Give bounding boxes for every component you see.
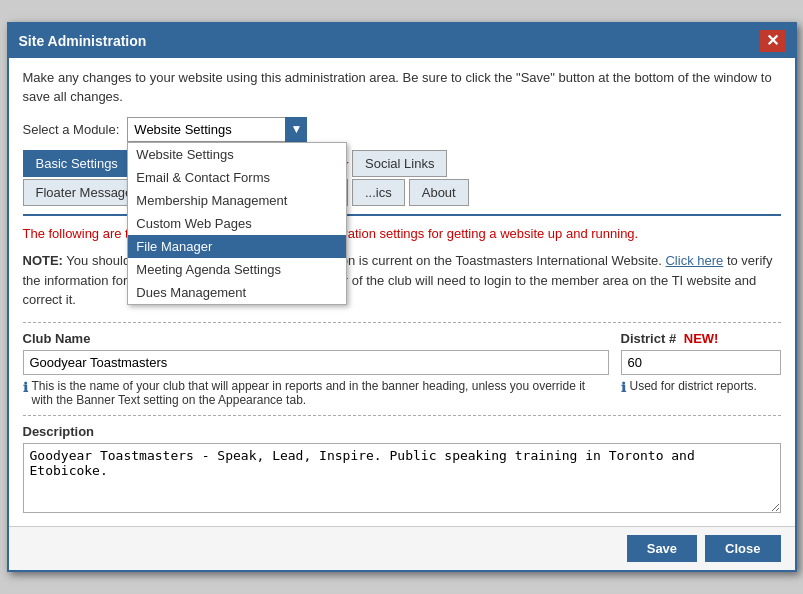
club-district-section: Club Name ℹ This is the name of your clu… bbox=[23, 322, 781, 407]
tab-about[interactable]: About bbox=[409, 179, 469, 206]
dropdown-item-custom-pages[interactable]: Custom Web Pages bbox=[128, 212, 346, 235]
district-hint-text: Used for district reports. bbox=[630, 379, 757, 393]
intro-text: Make any changes to your website using t… bbox=[23, 68, 781, 107]
description-textarea[interactable]: Goodyear Toastmasters - Speak, Lead, Ins… bbox=[23, 443, 781, 513]
club-name-input[interactable] bbox=[23, 350, 609, 375]
module-select[interactable]: Website Settings Email & Contact Forms M… bbox=[127, 117, 307, 142]
note-label: NOTE: bbox=[23, 253, 63, 268]
site-administration-dialog: Site Administration ✕ Make any changes t… bbox=[7, 22, 797, 571]
district-info-icon: ℹ bbox=[621, 380, 626, 395]
new-badge: NEW! bbox=[684, 331, 719, 346]
district-label: District # NEW! bbox=[621, 331, 781, 346]
club-name-col: Club Name ℹ This is the name of your clu… bbox=[23, 331, 609, 407]
dropdown-item-email-contact[interactable]: Email & Contact Forms bbox=[128, 166, 346, 189]
club-name-hint: ℹ This is the name of your club that wil… bbox=[23, 379, 609, 407]
dialog-footer: Save Close bbox=[9, 526, 795, 570]
district-input[interactable] bbox=[621, 350, 781, 375]
district-hint: ℹ Used for district reports. bbox=[621, 379, 781, 395]
click-here-link[interactable]: Click here bbox=[665, 253, 723, 268]
module-select-row: Select a Module: Website Settings Email … bbox=[23, 117, 781, 142]
description-label: Description bbox=[23, 424, 781, 439]
save-button[interactable]: Save bbox=[627, 535, 697, 562]
description-section: Description Goodyear Toastmasters - Spea… bbox=[23, 415, 781, 516]
tab-basic-settings[interactable]: Basic Settings bbox=[23, 150, 131, 177]
dropdown-item-dues-management[interactable]: Dues Management bbox=[128, 281, 346, 304]
module-dropdown-menu: Website Settings Email & Contact Forms M… bbox=[127, 142, 347, 305]
dropdown-item-membership[interactable]: Membership Management bbox=[128, 189, 346, 212]
district-col: District # NEW! ℹ Used for district repo… bbox=[621, 331, 781, 407]
club-district-row: Club Name ℹ This is the name of your clu… bbox=[23, 331, 781, 407]
dropdown-item-file-manager[interactable]: File Manager bbox=[128, 235, 346, 258]
dialog-titlebar: Site Administration ✕ bbox=[9, 24, 795, 57]
dialog-close-button[interactable]: ✕ bbox=[760, 30, 785, 51]
module-select-wrapper: Website Settings Email & Contact Forms M… bbox=[127, 117, 307, 142]
club-name-label: Club Name bbox=[23, 331, 609, 346]
dropdown-item-website-settings[interactable]: Website Settings bbox=[128, 143, 346, 166]
club-name-hint-text: This is the name of your club that will … bbox=[32, 379, 609, 407]
tab-social-links[interactable]: Social Links bbox=[352, 150, 447, 177]
tab-ics[interactable]: ...ics bbox=[352, 179, 405, 206]
club-name-info-icon: ℹ bbox=[23, 380, 28, 395]
module-select-label: Select a Module: bbox=[23, 122, 120, 137]
dropdown-item-meeting-agenda[interactable]: Meeting Agenda Settings bbox=[128, 258, 346, 281]
close-button[interactable]: Close bbox=[705, 535, 780, 562]
dialog-title: Site Administration bbox=[19, 33, 147, 49]
dialog-body: Make any changes to your website using t… bbox=[9, 58, 795, 526]
